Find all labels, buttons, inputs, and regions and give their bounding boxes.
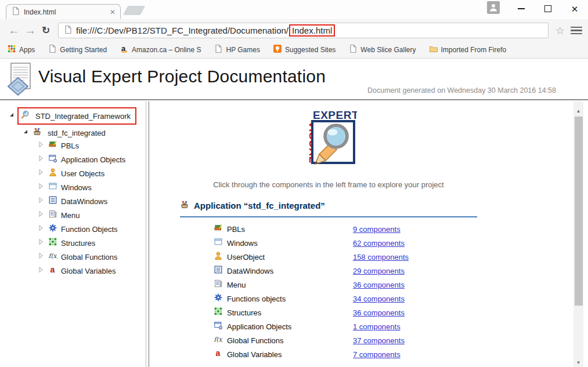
menu-icon [214,279,223,288]
svg-text:a: a [50,265,55,274]
component-count-link[interactable]: 34 components [353,295,405,303]
tree-frame: STD_Integrated_Framework std_fc_integrat… [0,101,146,367]
tab-close-icon[interactable]: ✕ [110,8,116,16]
tree-item-windows[interactable]: Windows [36,180,146,194]
component-count-link[interactable]: 36 components [353,308,405,317]
bookmark-web-slice-gallery[interactable]: Web Slice Gallery [348,44,416,56]
expanded-arrow-icon[interactable] [7,110,16,122]
bookmark-apps[interactable]: Apps [7,44,35,56]
address-bar[interactable]: file:///C:/Dev/PB12/STD_FC_Integrated/Do… [58,23,549,38]
back-button[interactable]: ← [6,24,22,37]
close-button[interactable]: ✕ [561,1,588,17]
collapsed-arrow-icon [36,223,45,232]
component-count-link[interactable]: 29 components [353,267,405,275]
bookmark-suggested-sites[interactable]: Suggested Sites [273,44,336,56]
url-highlighted-filename: Index.html [289,24,335,37]
collapsed-arrow-icon[interactable] [36,154,45,165]
component-row-windows: Windows62 components [180,236,477,250]
document-logo-icon [7,62,35,99]
chrome-menu-icon[interactable] [571,27,582,35]
scrollbar-thumb[interactable] [575,117,583,306]
browser-tab[interactable]: Index.html ✕ [6,4,121,19]
tree-root-label: STD_Integrated_Framework [35,112,131,121]
tree-item-structures[interactable]: Structures [36,236,146,250]
tree-item-user-objects[interactable]: User Objects [36,166,146,180]
component-count-link[interactable]: 7 components [353,350,401,359]
datawindow-icon [214,265,223,274]
main-frame: EXPERT VISUAL Click through the componen… [150,101,573,367]
collapsed-arrow-icon [36,209,45,219]
tree-root-highlight-box[interactable]: STD_Integrated_Framework [17,107,136,125]
component-count-link[interactable]: 36 components [353,281,405,289]
application-icon [33,127,42,139]
collapsed-arrow-icon [36,181,45,191]
tree-item-pbls[interactable]: PBLs [36,139,146,152]
expanded-arrow-icon[interactable] [21,127,30,139]
bookmark-amazon-ca-online-s[interactable]: aAmazon.ca – Online S [120,44,201,56]
component-count-link[interactable]: 9 components [353,225,401,234]
tree-item-global-functions[interactable]: f(x)Global Functions [36,250,146,264]
bookmark-label: Imported From Firefo [441,46,507,54]
vertical-scrollbar[interactable]: ▲ ▼ [573,101,583,367]
pbl-icon [214,223,223,232]
collapsed-arrow-icon[interactable] [36,195,45,207]
tree-item-menu[interactable]: Menu [36,208,146,222]
collapsed-arrow-icon[interactable] [36,209,45,221]
tree-item-global-variables[interactable]: aGlobal Variables [36,264,146,278]
application-object-icon [48,154,57,163]
bookmark-star-icon[interactable]: ☆ [555,24,565,37]
expanded-arrow-icon [21,127,30,136]
tree-item-label: PBLs [61,141,79,150]
component-count-link[interactable]: 158 components [353,253,409,261]
forward-button[interactable]: → [22,24,38,37]
global-function-icon: f(x) [214,335,223,344]
bookmark-imported-from-firefo[interactable]: Imported From Firefo [429,44,507,56]
magnifier-icon [20,110,30,122]
tree-item-application-objects[interactable]: Application Objects [36,152,146,166]
structure-icon [214,307,223,316]
maximize-button[interactable] [535,1,561,17]
page-icon [11,6,20,16]
generated-timestamp: Document generated on Wednesday 30 March… [367,86,556,95]
scroll-up-icon[interactable]: ▲ [573,108,583,114]
page-icon [348,44,358,53]
component-row-functions-objects: Functions objects34 components [180,292,477,306]
collapsed-arrow-icon [36,154,45,163]
bookmark-label: Web Slice Gallery [360,46,416,54]
tree-item-function-objects[interactable]: Function Objects [36,222,146,236]
reload-button[interactable]: ↻ [38,24,53,37]
bookmark-hp-games[interactable]: HP Games [214,44,259,56]
collapsed-arrow-icon[interactable] [36,181,45,193]
bookmark-label: Amazon.ca – Online S [132,46,201,54]
new-tab-button[interactable] [123,6,146,15]
application-heading: Application “std_fc_integrated” [180,200,477,217]
tree-item-datawindows[interactable]: DataWindows [36,194,146,208]
collapsed-arrow-icon[interactable] [36,265,45,277]
collapsed-arrow-icon[interactable] [36,140,45,151]
collapsed-arrow-icon [36,168,45,177]
minimize-button[interactable] [508,1,535,17]
profile-avatar-icon[interactable] [487,1,500,16]
svg-text:a: a [216,348,221,358]
frame-divider[interactable] [146,101,149,367]
collapsed-arrow-icon[interactable] [36,237,45,249]
bookmark-label: HP Games [226,46,259,54]
apps-grid-icon [7,44,16,53]
tree-application-row[interactable]: std_fc_integrated [21,127,106,139]
collapsed-arrow-icon[interactable] [36,223,45,235]
bookmark-getting-started[interactable]: Getting Started [48,44,107,56]
component-count-link[interactable]: 62 components [353,239,405,248]
window-icon [48,181,57,191]
magnifier-icon [20,110,30,119]
component-count-link[interactable]: 37 components [353,336,405,345]
tree-item-label: Global Variables [61,267,116,275]
tree-item-label: Windows [61,183,92,192]
collapsed-arrow-icon [36,237,45,246]
collapsed-arrow-icon[interactable] [36,168,45,179]
tree-root-row[interactable]: STD_Integrated_Framework [7,107,136,125]
scroll-down-icon[interactable]: ▼ [573,360,583,365]
tree-item-label: User Objects [61,169,104,178]
application-heading-text: Application “std_fc_integrated” [194,201,325,210]
collapsed-arrow-icon[interactable] [36,251,45,263]
component-count-link[interactable]: 1 components [353,322,401,331]
